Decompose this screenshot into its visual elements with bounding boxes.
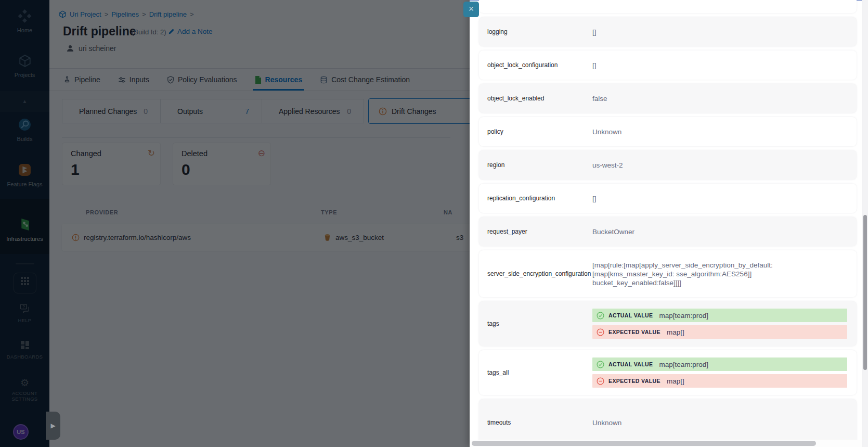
attribute-key: policy <box>487 128 592 135</box>
check-circle-icon <box>597 361 604 368</box>
close-drawer-button[interactable]: × <box>463 2 479 17</box>
attribute-row-object-lock-enabled: object_lock_enabled false <box>479 84 857 113</box>
expected-value-badge: EXPECTED VALUE map[] <box>592 325 847 339</box>
attribute-key: object_lock_enabled <box>487 95 592 102</box>
app-window: Uri Project > Pipelines > Drift pipeline… <box>0 0 868 447</box>
attribute-value: false <box>592 94 607 103</box>
attribute-list: logging [] object_lock_configuration [] … <box>479 0 857 447</box>
attribute-key: request_payer <box>487 228 592 235</box>
attribute-value: BucketOwner <box>592 227 634 236</box>
attribute-key: tags <box>487 320 592 327</box>
attribute-value: [] <box>592 61 597 70</box>
vertical-scrollbar-thumb[interactable] <box>863 215 867 370</box>
drift-value-comparison: ACTUAL VALUE map[team:prod] EXPECTED VAL… <box>592 357 847 388</box>
actual-value-label: ACTUAL VALUE <box>608 361 653 367</box>
minus-circle-icon <box>597 328 604 336</box>
expected-value-label: EXPECTED VALUE <box>608 378 660 384</box>
attribute-key: tags_all <box>487 369 592 376</box>
attribute-row-region: region us-west-2 <box>479 150 857 180</box>
attribute-row-partial <box>479 0 857 13</box>
expected-value: map[] <box>667 377 684 385</box>
attribute-row-replication-configuration: replication_configuration [] <box>479 184 857 213</box>
attribute-key: replication_configuration <box>487 195 592 202</box>
attribute-key: server_side_encryption_configuration <box>487 270 592 277</box>
actual-value: map[team:prod] <box>659 312 709 320</box>
attribute-key: object_lock_configuration <box>487 61 592 69</box>
attribute-key: region <box>487 161 592 169</box>
actual-value: map[team:prod] <box>659 361 709 368</box>
attribute-row-timeouts: timeouts Unknown <box>479 399 857 446</box>
attribute-value: Unknown <box>592 418 621 427</box>
attribute-row-policy: policy Unknown <box>479 117 857 146</box>
attribute-row-server-side-encryption: server_side_encryption_configuration [ma… <box>479 250 857 297</box>
chevron-right-icon: ▶ <box>50 422 55 429</box>
attribute-row-logging: logging [] <box>479 17 857 46</box>
attribute-row-tags: tags ACTUAL VALUE map[team:prod] EXPECTE <box>479 301 857 346</box>
expected-value: map[] <box>667 328 684 336</box>
attribute-key: logging <box>487 28 592 35</box>
attribute-key: timeouts <box>487 419 592 426</box>
check-circle-icon <box>597 312 604 320</box>
modal-dim-overlay[interactable] <box>0 0 470 447</box>
attribute-value: [] <box>592 28 597 36</box>
attribute-row-object-lock-configuration: object_lock_configuration [] <box>479 50 857 80</box>
drift-value-comparison: ACTUAL VALUE map[team:prod] EXPECTED VAL… <box>592 309 847 339</box>
drift-details-drawer: logging [] object_lock_configuration [] … <box>470 0 868 447</box>
attribute-value: [] <box>592 194 597 203</box>
actual-value-badge: ACTUAL VALUE map[team:prod] <box>592 357 847 371</box>
actual-value-badge: ACTUAL VALUE map[team:prod] <box>592 309 847 322</box>
horizontal-scrollbar-thumb[interactable] <box>472 441 816 446</box>
attribute-value: [map[rule:[map[apply_server_side_encrypt… <box>592 261 786 287</box>
minus-circle-icon <box>597 377 604 385</box>
nav-expand-handle[interactable]: ▶ <box>46 412 60 440</box>
actual-value-label: ACTUAL VALUE <box>608 312 653 318</box>
attribute-value: Unknown <box>592 127 621 136</box>
expected-value-label: EXPECTED VALUE <box>608 329 660 335</box>
attribute-value: us-west-2 <box>592 161 623 170</box>
attribute-row-tags-all: tags_all ACTUAL VALUE map[team:prod] EXP <box>479 350 857 395</box>
expected-value-badge: EXPECTED VALUE map[] <box>592 374 847 388</box>
attribute-row-request-payer: request_payer BucketOwner <box>479 217 857 246</box>
